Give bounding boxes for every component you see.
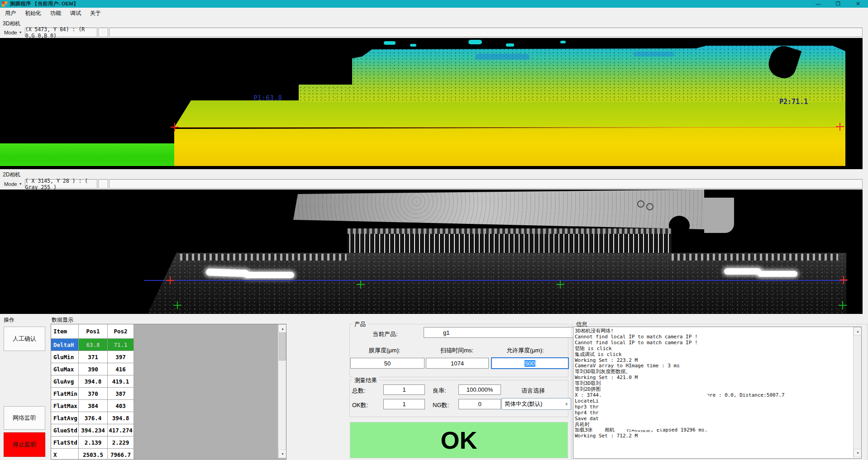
table-cell[interactable]: 63.8 <box>79 339 108 351</box>
table-cell[interactable]: 394.8 <box>79 375 108 388</box>
table-row[interactable]: GluMin371397 <box>51 351 286 363</box>
table-scroll-thumb[interactable] <box>279 332 286 360</box>
scan-time-input[interactable]: 1074 <box>426 358 489 369</box>
network-listen-button[interactable]: 网络监听 <box>4 406 45 430</box>
table-cell[interactable]: 370 <box>79 388 108 400</box>
scroll-up-icon[interactable]: ▲ <box>278 324 286 333</box>
glue-highlight <box>724 268 761 275</box>
table-cell[interactable]: GluAvg <box>51 375 79 388</box>
camera3d-viewport[interactable]: P1:63.8 P2:71.1 <box>0 38 863 169</box>
camera2d-pixel-readout: ( X 3145, Y 28 ) : ( Gray 255 ) <box>25 179 97 189</box>
camera3d-mode-bar: Mode▼ (X 5473, Y 84) : (R 0,G 0,B 0) <box>0 27 868 38</box>
scroll-up-icon[interactable]: ▲ <box>854 327 862 336</box>
language-label: 语言选择 <box>521 387 545 395</box>
table-cell[interactable]: 2.229 <box>108 436 134 449</box>
table-cell: Pos2 <box>108 324 134 339</box>
ng-count-label: NG数: <box>433 401 449 409</box>
title-bar: 测膜程序 【当前用户: OEM】 — ❐ ✕ <box>0 0 868 8</box>
log-textarea[interactable]: 3D相机没有网络! Cannot find local IP to match … <box>573 327 862 459</box>
table-row[interactable]: DeltaH63.871.1 <box>51 339 286 351</box>
table-cell[interactable]: FlatMin <box>51 388 79 400</box>
film-thickness-input[interactable]: 50 <box>350 358 424 369</box>
table-row[interactable]: GluAvg394.8419.1 <box>51 375 286 388</box>
table-row[interactable]: FlatStd2.1392.229 <box>51 436 286 449</box>
table-cell[interactable]: 419.1 <box>108 375 134 388</box>
annotation-p2: P2:71.1 <box>779 98 808 106</box>
allow-thickness-input[interactable]: 500 <box>491 357 569 369</box>
table-cell[interactable]: 394.234 <box>79 424 108 436</box>
heightmap-blue-patch <box>475 54 529 60</box>
table-cell[interactable]: 403 <box>108 400 134 412</box>
camera2d-mode-button[interactable]: Mode▼ <box>1 180 25 188</box>
table-cell[interactable]: FlatAvg <box>51 412 79 424</box>
table-cell[interactable]: DeltaH <box>51 339 79 351</box>
table-cell: Pos1 <box>79 324 108 339</box>
heightmap-blue-patch <box>634 52 674 57</box>
stop-listen-button[interactable]: 停止监听 <box>4 432 45 457</box>
heightmap-cyan-blob <box>506 43 514 47</box>
table-cell[interactable]: 2.139 <box>79 436 108 449</box>
table-cell[interactable]: FlatStd <box>51 436 79 449</box>
close-button[interactable]: ✕ <box>848 0 868 8</box>
ok-count-input[interactable]: 1 <box>383 399 425 409</box>
table-row[interactable]: GluMax390416 <box>51 363 286 375</box>
table-row[interactable]: FlatMax384403 <box>51 400 286 412</box>
measurement-line-blue <box>144 280 847 281</box>
table-cell[interactable]: GluMin <box>51 351 79 363</box>
table-header-row: ItemPos1Pos2 <box>51 324 286 339</box>
connector-top-row <box>348 228 672 234</box>
table-row[interactable]: GlueStd394.234417.274 <box>51 424 286 436</box>
chevron-down-icon: ▼ <box>19 182 22 185</box>
total-label: 总数: <box>352 387 366 395</box>
heightmap-left-strip <box>0 143 176 166</box>
total-input[interactable]: 1 <box>383 384 425 395</box>
scroll-down-icon[interactable]: ▼ <box>278 450 286 458</box>
log-whiteout-strip <box>706 416 822 423</box>
table-cell[interactable]: 397 <box>108 351 134 363</box>
menu-item-debug[interactable]: 调试 <box>66 8 85 19</box>
ng-count-input[interactable]: 0 <box>458 399 501 409</box>
table-cell[interactable]: 394.8 <box>108 412 134 424</box>
table-cell[interactable]: 387 <box>108 388 134 400</box>
table-cell[interactable]: 2503.5 <box>79 449 108 460</box>
maximize-button[interactable]: ❐ <box>828 0 848 8</box>
table-cell[interactable]: X <box>51 449 79 460</box>
fixture-base-noise <box>148 253 846 313</box>
table-cell[interactable]: 416 <box>108 363 134 375</box>
menu-item-init[interactable]: 初始化 <box>21 8 45 19</box>
table-cell[interactable]: FlatMax <box>51 400 79 412</box>
annotation-p1: P1:63.8 <box>253 94 282 102</box>
table-scrollbar[interactable]: ▲ ▼ <box>278 324 286 458</box>
camera3d-pixel-readout: (X 5473, Y 84) : (R 0,G 0,B 0) <box>25 28 97 37</box>
table-row[interactable]: FlatAvg376.4394.8 <box>51 412 286 424</box>
pcb-notch <box>669 216 690 236</box>
manual-confirm-button[interactable]: 人工确认 <box>4 327 45 351</box>
camera3d-mode-button[interactable]: Mode▼ <box>1 29 25 36</box>
camera2d-viewport[interactable] <box>0 190 863 314</box>
table-cell[interactable]: 371 <box>79 351 108 363</box>
table-cell[interactable]: 7966.7 <box>108 449 134 460</box>
log-scrollbar[interactable]: ▲ ▼ <box>853 327 861 457</box>
table-cell[interactable]: GluMax <box>51 363 79 375</box>
heightmap-cyan-blob <box>560 41 566 43</box>
camera3d-status-extra <box>109 28 863 37</box>
current-product-input[interactable]: g1 <box>424 327 587 338</box>
table-cell[interactable]: 417.274 <box>108 424 134 436</box>
glue-highlight <box>244 272 294 278</box>
yield-input[interactable]: 100.000% <box>458 384 501 395</box>
table-row[interactable]: X2503.57966.7 <box>51 449 286 460</box>
menu-item-function[interactable]: 功能 <box>46 8 65 19</box>
table-row[interactable]: FlatMin370387 <box>51 388 286 400</box>
minimize-button[interactable]: — <box>808 0 828 8</box>
language-select[interactable]: 简体中文(默认) ∨ <box>501 398 571 410</box>
pcb-traces <box>293 190 704 229</box>
table-cell[interactable]: 376.4 <box>79 412 108 424</box>
menu-item-user[interactable]: 用户 <box>1 8 20 19</box>
scroll-down-icon[interactable]: ▼ <box>854 449 862 457</box>
table-cell[interactable]: GlueStd <box>51 424 79 436</box>
menu-item-about[interactable]: 关于 <box>86 8 105 19</box>
table-cell[interactable]: 71.1 <box>108 339 134 351</box>
reference-line-red <box>176 127 838 128</box>
table-cell[interactable]: 384 <box>79 400 108 412</box>
table-cell[interactable]: 390 <box>79 363 108 375</box>
